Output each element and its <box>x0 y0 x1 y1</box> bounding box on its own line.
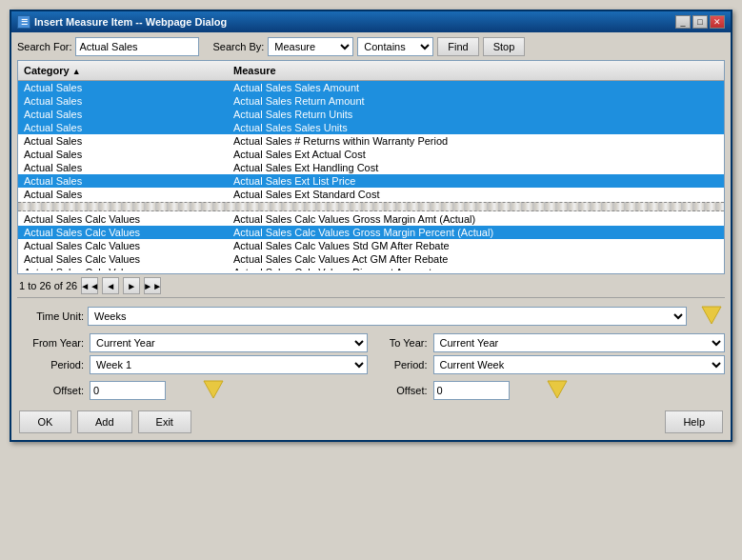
table-row[interactable]: Actual Sales Calc Values Actual Sales Ca… <box>18 266 724 270</box>
table-row[interactable]: Actual Sales Actual Sales # Returns with… <box>18 134 724 148</box>
window-icon: ☰ <box>17 15 30 29</box>
cell-measure: Actual Sales Ext List Price <box>228 174 724 188</box>
pagination-text: 1 to 26 of 26 <box>19 280 77 291</box>
from-offset-row: Offset: <box>17 377 368 404</box>
bottom-section: Time Unit: Weeks Days Months Quarters Ye… <box>17 297 725 435</box>
title-bar-left: ☰ Insert Measure Item -- Webpage Dialog <box>17 15 227 29</box>
last-page-button[interactable]: ►► <box>144 277 161 294</box>
primary-buttons: OK Add Exit <box>19 410 191 433</box>
cell-category: Actual Sales <box>18 148 228 161</box>
to-offset-row: Offset: <box>375 377 726 404</box>
table-row[interactable]: Actual Sales Actual Sales Sales Units <box>18 121 724 134</box>
cell-category: Actual Sales <box>18 134 228 148</box>
to-offset-input[interactable] <box>433 381 510 400</box>
cell-measure: Actual Sales Calc Values Std GM After Re… <box>228 239 724 252</box>
first-page-button[interactable]: ◄◄ <box>81 277 98 294</box>
cell-category: Actual Sales <box>18 94 228 108</box>
svg-marker-0 <box>702 307 721 324</box>
cell-category: Actual Sales <box>18 121 228 134</box>
cell-category: Actual Sales Calc Values <box>18 226 228 239</box>
next-page-button[interactable]: ► <box>123 277 140 294</box>
time-unit-arrow-indicator <box>698 303 725 330</box>
pagination-bar: 1 to 26 of 26 ◄◄ ◄ ► ►► <box>17 274 725 297</box>
contains-dropdown[interactable]: Contains Starts With Equals <box>357 37 433 56</box>
table-header: Category Measure <box>18 61 724 81</box>
arrow-down-icon <box>698 303 725 330</box>
title-bar-controls: _ □ ✕ <box>675 15 725 29</box>
cell-measure: Actual Sales Calc Values Act GM After Re… <box>228 252 724 266</box>
action-buttons: OK Add Exit Help <box>17 407 725 435</box>
date-range-section: From Year: Current Year Last Year Next Y… <box>17 333 725 407</box>
from-arrow-icon <box>200 377 227 404</box>
to-offset-label: Offset: <box>375 385 428 396</box>
cell-measure: Actual Sales Return Units <box>228 108 724 121</box>
results-table: Category Measure Actual Sales Actual Sal… <box>17 60 725 274</box>
cell-category: Actual Sales <box>18 174 228 188</box>
to-section: To Year: Current Year Last Year Next Yea… <box>375 333 726 407</box>
cell-category: Actual Sales Calc Values <box>18 212 228 226</box>
cell-measure: Actual Sales Ext Actual Cost <box>228 148 724 161</box>
search-by-label: Search By: <box>212 41 264 52</box>
measure-column-header[interactable]: Measure <box>228 63 724 78</box>
table-row[interactable]: Actual Sales Calc Values Actual Sales Ca… <box>18 239 724 252</box>
time-unit-label: Time Unit: <box>17 310 84 322</box>
table-row[interactable]: Actual Sales Actual Sales Sales Amount <box>18 81 724 94</box>
stop-button[interactable]: Stop <box>483 37 526 56</box>
cell-measure: Actual Sales Return Amount <box>228 94 724 108</box>
to-period-row: Period: Current Week Week 1 Week 2 <box>375 355 726 374</box>
table-row[interactable]: Actual Sales Calc Values Actual Sales Ca… <box>18 252 724 266</box>
table-row[interactable]: Actual Sales Actual Sales Ext List Price <box>18 174 724 188</box>
ok-button[interactable]: OK <box>19 410 71 433</box>
help-button[interactable]: Help <box>665 410 723 433</box>
cell-measure: Actual Sales Ext Handling Cost <box>228 161 724 174</box>
cell-measure: Actual Sales Sales Units <box>228 121 724 134</box>
from-offset-input[interactable] <box>90 381 166 400</box>
from-period-dropdown[interactable]: Week 1 Week 2 Week 3 <box>90 355 368 374</box>
to-period-dropdown[interactable]: Current Week Week 1 Week 2 <box>433 355 726 374</box>
table-row[interactable]: Actual Sales Actual Sales Ext Handling C… <box>18 161 724 174</box>
cell-category: Actual Sales <box>18 81 228 94</box>
prev-page-button[interactable]: ◄ <box>102 277 119 294</box>
exit-button[interactable]: Exit <box>138 410 191 433</box>
minimize-button[interactable]: _ <box>675 15 691 29</box>
cell-category: Actual Sales Calc Values <box>18 266 228 270</box>
table-row[interactable]: Actual Sales Actual Sales Return Units <box>18 108 724 121</box>
category-column-header[interactable]: Category <box>18 63 228 78</box>
cell-category: Actual Sales <box>18 161 228 174</box>
from-offset-label: Offset: <box>17 385 84 396</box>
cell-category: Actual Sales Calc Values <box>18 239 228 252</box>
from-year-row: From Year: Current Year Last Year Next Y… <box>17 333 368 352</box>
table-row[interactable]: Actual Sales Calc Values Actual Sales Ca… <box>18 226 724 239</box>
window-title: Insert Measure Item -- Webpage Dialog <box>34 16 227 28</box>
search-for-input[interactable] <box>75 37 199 56</box>
table-row[interactable]: Actual Sales Actual Sales Ext Actual Cos… <box>18 148 724 161</box>
cell-measure: Actual Sales Calc Values Gross Margin Am… <box>228 212 724 226</box>
table-row[interactable]: Actual Sales Actual Sales Ext Standard C… <box>18 188 724 201</box>
find-button[interactable]: Find <box>437 37 478 56</box>
close-button[interactable]: ✕ <box>710 15 725 29</box>
search-by-dropdown[interactable]: Measure Category <box>268 37 353 56</box>
add-button[interactable]: Add <box>77 410 132 433</box>
to-period-label: Period: <box>375 359 428 370</box>
torn-edge <box>18 202 724 211</box>
table-row[interactable]: Actual Sales Calc Values Actual Sales Ca… <box>18 212 724 226</box>
cell-measure: Actual Sales Ext Standard Cost <box>228 188 724 201</box>
table-body: Actual Sales Actual Sales Sales Amount A… <box>18 81 724 270</box>
main-window: ☰ Insert Measure Item -- Webpage Dialog … <box>10 10 732 442</box>
cell-category: Actual Sales <box>18 188 228 201</box>
cell-measure: Actual Sales Sales Amount <box>228 81 724 94</box>
from-section: From Year: Current Year Last Year Next Y… <box>17 333 368 407</box>
svg-marker-2 <box>548 381 567 398</box>
maximize-button[interactable]: □ <box>692 15 708 29</box>
time-unit-dropdown[interactable]: Weeks Days Months Quarters Years <box>88 307 687 326</box>
to-year-dropdown[interactable]: Current Year Last Year Next Year <box>433 333 726 352</box>
table-row[interactable]: Actual Sales Actual Sales Return Amount <box>18 94 724 108</box>
cell-category: Actual Sales <box>18 108 228 121</box>
from-period-row: Period: Week 1 Week 2 Week 3 <box>17 355 368 374</box>
title-bar: ☰ Insert Measure Item -- Webpage Dialog … <box>11 11 731 32</box>
svg-marker-1 <box>204 381 223 398</box>
cell-measure: Actual Sales Calc Values Discount Amount <box>228 266 724 270</box>
help-button-group: Help <box>665 410 723 433</box>
cell-category: Actual Sales Calc Values <box>18 252 228 266</box>
from-year-dropdown[interactable]: Current Year Last Year Next Year <box>90 333 368 352</box>
